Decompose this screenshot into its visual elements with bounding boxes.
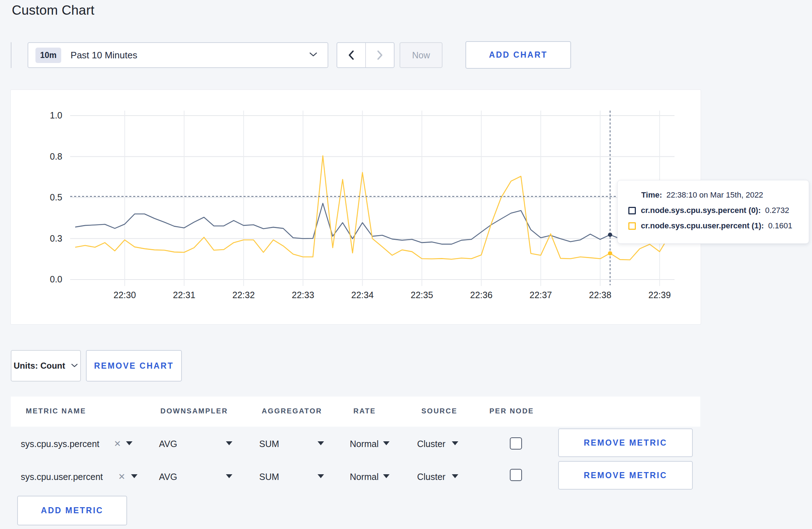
svg-text:0.0: 0.0 xyxy=(50,274,62,284)
caret-down-icon[interactable] xyxy=(131,474,137,478)
add-chart-button[interactable]: ADD CHART xyxy=(465,41,571,69)
svg-text:22:31: 22:31 xyxy=(173,290,195,300)
remove-metric-button[interactable]: REMOVE METRIC xyxy=(558,461,693,490)
rate-select[interactable]: Normal xyxy=(350,439,379,449)
tooltip-series-value: 0.1601 xyxy=(768,221,792,230)
rate-select[interactable]: Normal xyxy=(350,472,379,482)
tooltip-time-value: 22:38:10 on Mar 15th, 2022 xyxy=(666,190,763,200)
step-forward-button[interactable] xyxy=(366,43,394,67)
time-range-label: Past 10 Minutes xyxy=(71,50,137,61)
time-range-badge: 10m xyxy=(35,48,61,63)
svg-text:22:37: 22:37 xyxy=(530,290,552,300)
units-select[interactable]: Units: Count xyxy=(11,350,81,382)
time-range-select[interactable]: 10m Past 10 Minutes xyxy=(28,42,328,68)
caret-down-icon[interactable] xyxy=(452,441,458,445)
svg-text:0.3: 0.3 xyxy=(50,233,62,243)
metric-name-select[interactable]: sys.cpu.user.percent xyxy=(21,472,103,482)
svg-text:22:30: 22:30 xyxy=(113,290,136,300)
col-source: SOURCE xyxy=(421,407,458,415)
timeseries-chart[interactable]: 0.00.30.50.81.022:3022:3122:3222:3322:34… xyxy=(11,90,700,324)
aggregator-select[interactable]: SUM xyxy=(259,472,279,482)
tooltip-time-label: Time: xyxy=(641,190,662,200)
caret-down-icon[interactable] xyxy=(318,474,324,478)
units-label: Units: Count xyxy=(14,361,65,371)
col-downsampler: DOWNSAMPLER xyxy=(160,407,228,415)
caret-down-icon[interactable] xyxy=(226,474,232,478)
chart-tooltip: Time: 22:38:10 on Mar 15th, 2022 cr.node… xyxy=(617,180,809,244)
series-0-swatch-icon xyxy=(628,207,636,214)
chevron-down-icon xyxy=(71,363,78,369)
source-select[interactable]: Cluster xyxy=(417,472,445,482)
clear-metric-icon[interactable]: ✕ xyxy=(114,439,121,449)
svg-text:0.5: 0.5 xyxy=(50,192,62,202)
caret-down-icon[interactable] xyxy=(383,474,390,478)
source-select[interactable]: Cluster xyxy=(417,439,445,449)
svg-text:22:38: 22:38 xyxy=(589,290,612,300)
tooltip-series-name: cr.node.sys.cpu.user.percent (1): xyxy=(641,221,764,230)
caret-down-icon[interactable] xyxy=(383,441,390,445)
svg-text:22:33: 22:33 xyxy=(292,290,314,300)
svg-text:22:36: 22:36 xyxy=(470,290,493,300)
clear-metric-icon[interactable]: ✕ xyxy=(118,472,125,482)
add-metric-button[interactable]: ADD METRIC xyxy=(17,496,127,525)
downsampler-select[interactable]: AVG xyxy=(159,472,177,482)
tooltip-series-name: cr.node.sys.cpu.sys.percent (0): xyxy=(641,206,761,215)
caret-down-icon[interactable] xyxy=(318,441,324,445)
remove-chart-button[interactable]: REMOVE CHART xyxy=(86,350,182,382)
col-rate: RATE xyxy=(353,407,376,415)
svg-text:22:32: 22:32 xyxy=(232,290,255,300)
svg-text:22:34: 22:34 xyxy=(351,290,374,300)
chevron-down-icon xyxy=(309,52,318,58)
svg-text:1.0: 1.0 xyxy=(50,110,62,120)
svg-text:22:39: 22:39 xyxy=(648,290,671,300)
now-button[interactable]: Now xyxy=(400,42,443,68)
series-1-swatch-icon xyxy=(628,222,636,230)
aggregator-select[interactable]: SUM xyxy=(259,439,279,449)
col-aggregator: AGGREGATOR xyxy=(262,407,322,415)
caret-down-icon[interactable] xyxy=(126,441,132,445)
downsampler-select[interactable]: AVG xyxy=(159,439,177,449)
svg-text:0.8: 0.8 xyxy=(50,151,62,161)
custom-chart-page: Custom Chart 10m Past 10 Minutes Now ADD… xyxy=(0,0,812,529)
remove-metric-button[interactable]: REMOVE METRIC xyxy=(558,428,693,457)
tooltip-series-value: 0.2732 xyxy=(765,206,789,215)
col-metric-name: METRIC NAME xyxy=(26,407,86,415)
chart-card: 0.00.30.50.81.022:3022:3122:3222:3322:34… xyxy=(10,89,701,325)
chevron-right-icon xyxy=(377,50,383,60)
caret-down-icon[interactable] xyxy=(452,474,458,478)
per-node-checkbox[interactable] xyxy=(510,469,522,481)
metrics-table-header: METRIC NAME DOWNSAMPLER AGGREGATOR RATE … xyxy=(11,397,700,427)
per-node-checkbox[interactable] xyxy=(510,437,522,450)
page-title: Custom Chart xyxy=(12,3,95,18)
toolbar-divider xyxy=(11,42,11,68)
metric-name-select[interactable]: sys.cpu.sys.percent xyxy=(21,439,100,449)
step-back-button[interactable] xyxy=(337,43,366,67)
chevron-left-icon xyxy=(348,50,354,60)
tooltip-series-row: cr.node.sys.cpu.sys.percent (0): 0.2732 xyxy=(628,206,809,215)
caret-down-icon[interactable] xyxy=(226,441,232,445)
svg-text:22:35: 22:35 xyxy=(411,290,433,300)
tooltip-series-row: cr.node.sys.cpu.user.percent (1): 0.1601 xyxy=(628,221,809,230)
tooltip-time-row: Time: 22:38:10 on Mar 15th, 2022 xyxy=(628,190,809,200)
time-step-group xyxy=(337,42,395,68)
col-per-node: PER NODE xyxy=(489,407,534,415)
